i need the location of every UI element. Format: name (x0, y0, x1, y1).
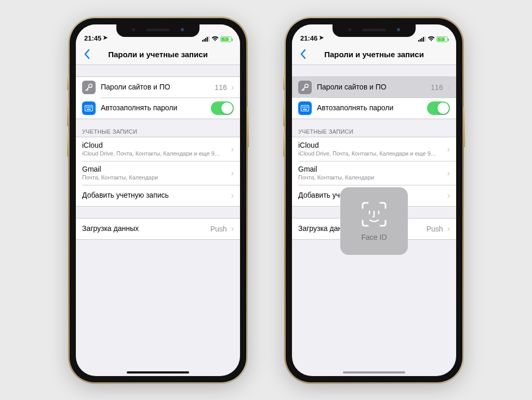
svg-rect-12 (418, 40, 419, 42)
autofill-label: Автозаполнять пароли (101, 104, 211, 112)
svg-rect-11 (87, 109, 91, 110)
svg-rect-6 (85, 105, 93, 111)
svg-rect-4 (208, 36, 209, 42)
battery-icon: ⚡ (220, 36, 232, 42)
signal-icon (202, 36, 210, 42)
fetch-value: Push (210, 225, 227, 233)
chevron-right-icon: › (231, 83, 234, 92)
chevron-right-icon: › (231, 224, 234, 234)
notch (332, 24, 416, 37)
autofill-label: Автозаполнять пароли (317, 104, 427, 112)
keyboard-icon (82, 101, 96, 115)
svg-rect-1 (204, 39, 205, 42)
chevron-right-icon: › (447, 224, 450, 234)
svg-rect-15 (423, 37, 424, 42)
back-button[interactable] (80, 49, 94, 59)
battery-icon: ⚡ (436, 36, 448, 42)
account-subtitle: Почта, Контакты, Календари (298, 174, 445, 181)
faceid-popup: Face ID (340, 187, 408, 255)
settings-content: Пароли сайтов и ПО 116 › Автозаполнять п… (76, 65, 240, 376)
svg-rect-2 (205, 38, 206, 42)
account-subtitle: iCloud Drive, Почта, Контакты, Календари… (82, 150, 229, 157)
wifi-icon (211, 36, 219, 42)
svg-rect-0 (202, 40, 203, 42)
svg-rect-14 (421, 38, 422, 42)
accounts-header: УЧЕТНЫЕ ЗАПИСИ (76, 119, 240, 137)
svg-rect-13 (420, 39, 421, 42)
notch (116, 24, 200, 37)
autofill-switch[interactable] (427, 101, 450, 115)
key-icon (298, 81, 312, 94)
account-title: iCloud (82, 141, 229, 150)
nav-title: Пароли и учетные записи (76, 50, 240, 59)
chevron-right-icon: › (231, 169, 234, 178)
svg-rect-3 (207, 37, 208, 42)
svg-rect-21 (305, 107, 307, 108)
account-gmail[interactable]: Gmail Почта, Контакты, Календари › (292, 161, 456, 185)
svg-rect-16 (424, 36, 425, 42)
autofill-cell[interactable]: Автозаполнять пароли (76, 98, 240, 119)
autofill-cell[interactable]: Автозаполнять пароли (292, 98, 456, 119)
nav-bar: Пароли и учетные записи (292, 44, 456, 65)
faceid-icon (361, 201, 388, 228)
svg-rect-10 (91, 107, 92, 108)
account-subtitle: iCloud Drive, Почта, Контакты, Календари… (298, 150, 445, 157)
chevron-right-icon: › (447, 145, 450, 154)
accounts-header: УЧЕТНЫЕ ЗАПИСИ (292, 119, 456, 137)
svg-rect-19 (302, 107, 303, 108)
add-account-cell[interactable]: Добавить учетную запись › (76, 185, 240, 206)
account-title: Gmail (82, 165, 229, 174)
home-indicator[interactable] (127, 371, 189, 373)
chevron-right-icon: › (231, 191, 234, 200)
chevron-right-icon: › (447, 83, 450, 92)
svg-rect-20 (304, 107, 305, 108)
svg-rect-9 (89, 107, 90, 108)
location-icon: ➤ (319, 34, 324, 41)
signal-icon (418, 36, 426, 42)
faceid-label: Face ID (361, 233, 387, 241)
phone-left: 21:45 ➤ ⚡ Пароли и учетные записи (70, 18, 246, 382)
status-time: 21:46 (300, 34, 317, 42)
account-title: Gmail (298, 165, 445, 174)
nav-bar: Пароли и учетные записи (76, 44, 240, 65)
phone-right: 21:46 ➤ ⚡ Пароли и учетные записи (286, 18, 462, 382)
keyboard-icon (298, 101, 312, 115)
passwords-count: 116 (431, 83, 443, 92)
add-account-label: Добавить учетную запись (82, 191, 229, 200)
svg-rect-22 (307, 107, 308, 108)
autofill-switch[interactable] (211, 101, 234, 115)
passwords-cell[interactable]: Пароли сайтов и ПО 116 › (292, 77, 456, 98)
wifi-icon (428, 36, 435, 42)
back-button[interactable] (296, 49, 310, 59)
account-gmail[interactable]: Gmail Почта, Контакты, Календари › (76, 161, 240, 185)
chevron-right-icon: › (447, 169, 450, 178)
account-icloud[interactable]: iCloud iCloud Drive, Почта, Контакты, Ка… (292, 137, 456, 161)
passwords-label: Пароли сайтов и ПО (101, 83, 215, 92)
account-subtitle: Почта, Контакты, Календари (82, 174, 229, 181)
home-indicator[interactable] (343, 371, 405, 373)
chevron-right-icon: › (447, 191, 450, 200)
fetch-label: Загрузка данных (82, 224, 210, 233)
svg-rect-8 (88, 107, 89, 108)
passwords-cell[interactable]: Пароли сайтов и ПО 116 › (76, 77, 240, 98)
key-icon (82, 81, 96, 94)
chevron-right-icon: › (231, 145, 234, 154)
nav-title: Пароли и учетные записи (292, 50, 456, 59)
account-icloud[interactable]: iCloud iCloud Drive, Почта, Контакты, Ка… (76, 137, 240, 161)
fetch-value: Push (427, 225, 443, 233)
passwords-label: Пароли сайтов и ПО (317, 83, 431, 92)
passwords-count: 116 (215, 83, 227, 92)
status-time: 21:45 (84, 34, 101, 42)
svg-rect-23 (303, 109, 307, 110)
account-title: iCloud (298, 141, 445, 150)
svg-rect-7 (86, 107, 87, 108)
fetch-cell[interactable]: Загрузка данных Push › (76, 218, 240, 239)
svg-rect-18 (301, 105, 309, 111)
location-icon: ➤ (103, 34, 108, 41)
